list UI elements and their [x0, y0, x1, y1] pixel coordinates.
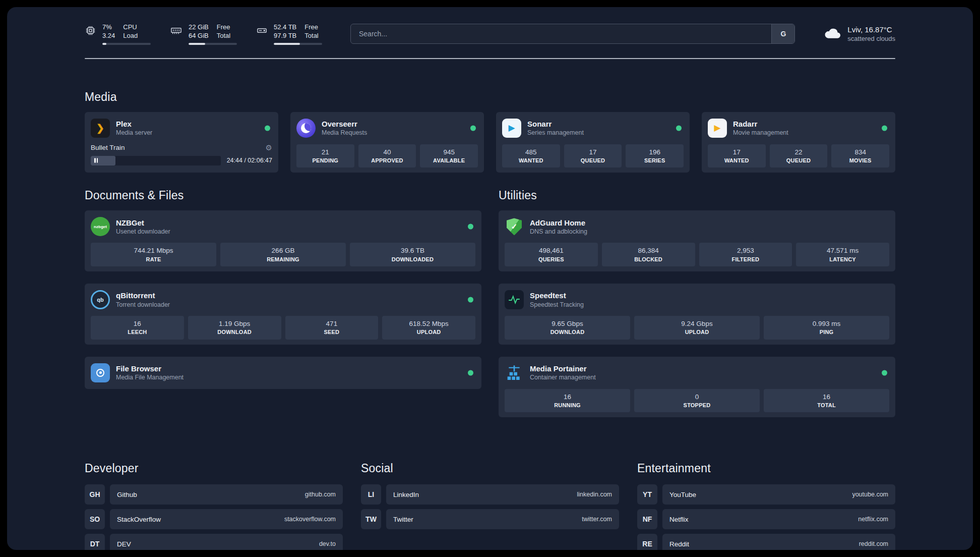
app-card-adguard[interactable]: ✓ AdGuard Home DNS and adblocking 498,46… — [499, 210, 895, 271]
app-card-nzbget[interactable]: nzbget NZBGet Usenet downloader 744.21 M… — [85, 210, 481, 271]
section-social: Social LI LinkedIn linkedin.com TW Twitt… — [361, 462, 619, 550]
app-subtitle: Usenet downloader — [116, 228, 170, 236]
pause-icon[interactable] — [94, 158, 98, 163]
app-subtitle: Media File Management — [116, 373, 183, 381]
bookmark-youtube[interactable]: YT YouTube youtube.com — [637, 484, 895, 505]
bookmark-reddit[interactable]: RE Reddit reddit.com — [637, 534, 895, 550]
stat-value: 16 — [766, 393, 887, 402]
app-name: Media Portainer — [530, 364, 596, 374]
bookmark-abbr[interactable]: GH — [85, 484, 105, 505]
bookmark-link[interactable]: StackOverflow stackoverflow.com — [110, 509, 343, 529]
cpu-percent: 7% — [102, 23, 115, 32]
weather-condition: scattered clouds — [847, 35, 895, 43]
stat-label: UPLOAD — [636, 328, 758, 336]
stat-value: 471 — [287, 319, 377, 328]
stat-label: SERIES — [628, 157, 682, 164]
search-bar: G — [350, 24, 795, 44]
stat-tile: 266 GB REMAINING — [220, 243, 346, 266]
status-dot — [470, 125, 476, 131]
topbar: 7% 3.24 CPU Load — [85, 23, 895, 45]
app-card-sonarr[interactable]: ▶ Sonarr Series management 485 WANTED — [496, 112, 690, 173]
playback-progress-bar[interactable] — [91, 156, 221, 165]
stat-label: MOVIES — [833, 157, 887, 164]
stat-value: 1.19 Gbps — [190, 319, 279, 328]
stat-label: BLOCKED — [604, 256, 693, 263]
app-subtitle: Series management — [527, 129, 584, 137]
stat-label: APPROVED — [360, 157, 414, 164]
stat-value: 39.6 TB — [352, 246, 473, 255]
gear-icon[interactable]: ⚙ — [266, 143, 272, 152]
bookmark-twitter[interactable]: TW Twitter twitter.com — [361, 509, 619, 529]
section-title-utilities: Utilities — [499, 189, 895, 202]
bookmark-link[interactable]: Github github.com — [110, 484, 343, 505]
disk-labels: Free Total — [304, 23, 318, 40]
bookmark-link[interactable]: YouTube youtube.com — [662, 484, 895, 505]
stat-value: 834 — [833, 148, 887, 157]
stat-value: 17 — [566, 148, 620, 157]
overseerr-icon — [296, 119, 316, 138]
bookmark-link[interactable]: LinkedIn linkedin.com — [386, 484, 619, 505]
app-card-plex[interactable]: ❯ Plex Media server Bullet Train ⚙ — [85, 112, 278, 173]
bookmark-dev[interactable]: DT DEV dev.to — [85, 534, 343, 550]
bookmark-abbr[interactable]: RE — [637, 534, 657, 550]
bookmark-url: reddit.com — [859, 540, 888, 547]
stat-value: 9.24 Gbps — [636, 319, 758, 328]
disk-usage-bar — [274, 43, 322, 45]
status-dot — [468, 370, 473, 375]
memory-label-bottom: Total — [217, 32, 230, 40]
app-name: AdGuard Home — [530, 218, 587, 228]
stat-value: 266 GB — [222, 246, 344, 255]
app-subtitle: Speedtest Tracking — [530, 301, 584, 309]
bookmark-abbr[interactable]: YT — [637, 484, 657, 505]
app-name: Overseerr — [322, 119, 367, 129]
weather-location: Lviv, 16.87°C — [847, 25, 895, 35]
stat-value: 21 — [298, 148, 352, 157]
nzbget-icon: nzbget — [91, 217, 110, 236]
bookmark-linkedin[interactable]: LI LinkedIn linkedin.com — [361, 484, 619, 505]
bookmark-abbr[interactable]: LI — [361, 484, 381, 505]
bookmark-abbr[interactable]: SO — [85, 509, 105, 529]
bookmark-abbr[interactable]: NF — [637, 509, 657, 529]
section-title-social: Social — [361, 462, 619, 475]
bookmark-link[interactable]: Reddit reddit.com — [662, 534, 895, 550]
stat-tile: 16 LEECH — [91, 316, 184, 340]
stat-label: FILTERED — [701, 256, 790, 263]
bookmark-github[interactable]: GH Github github.com — [85, 484, 343, 505]
search-input[interactable] — [351, 24, 771, 43]
cpu-label-top: CPU — [123, 23, 138, 32]
stat-value: 86,384 — [604, 246, 693, 255]
bookmark-netflix[interactable]: NF Netflix netflix.com — [637, 509, 895, 529]
bookmark-abbr[interactable]: TW — [361, 509, 381, 529]
disk-free: 52.4 TB — [274, 23, 296, 32]
stat-tile: 0 STOPPED — [634, 389, 760, 413]
bookmark-abbr[interactable]: DT — [85, 534, 105, 550]
search-engine-button[interactable]: G — [771, 24, 794, 43]
stat-tile: 834 MOVIES — [831, 144, 889, 168]
app-card-filebrowser[interactable]: File Browser Media File Management — [85, 357, 481, 389]
app-card-speedtest[interactable]: Speedtest Speedtest Tracking 9.65 Gbps D… — [499, 284, 895, 345]
stat-tile: 40 APPROVED — [358, 144, 416, 168]
bookmark-link[interactable]: Twitter twitter.com — [386, 509, 619, 529]
app-card-portainer[interactable]: Media Portainer Container management 16 … — [499, 357, 895, 418]
stat-tile: 9.24 Gbps UPLOAD — [634, 316, 760, 340]
stat-tile: 22 QUEUED — [770, 144, 828, 168]
disk-values: 52.4 TB 97.9 TB — [274, 23, 296, 40]
status-dot — [468, 297, 473, 303]
stat-value: 744.21 Mbps — [93, 246, 214, 255]
stat-value: 40 — [360, 148, 414, 157]
bookmark-link[interactable]: DEV dev.to — [110, 534, 343, 550]
stat-value: 0.993 ms — [766, 319, 887, 328]
bookmark-stackoverflow[interactable]: SO StackOverflow stackoverflow.com — [85, 509, 343, 529]
disk-icon — [256, 25, 268, 38]
app-card-qbittorrent[interactable]: qb qBittorrent Torrent downloader 16 LEE… — [85, 284, 481, 345]
stat-tile: 471 SEED — [285, 316, 379, 340]
bookmark-name: StackOverflow — [117, 516, 161, 523]
stat-label: LATENCY — [798, 256, 887, 263]
stat-tile: 47.571 ms LATENCY — [796, 243, 889, 266]
bookmark-link[interactable]: Netflix netflix.com — [662, 509, 895, 529]
stat-tile: 17 WANTED — [708, 144, 766, 168]
app-card-radarr[interactable]: ▶ Radarr Movie management 17 WANTED — [702, 112, 895, 173]
speedtest-icon — [505, 290, 524, 309]
app-card-overseerr[interactable]: Overseerr Media Requests 21 PENDING 40 A… — [290, 112, 484, 173]
section-documents: Documents & Files nzbget NZBGet Usenet d… — [85, 189, 481, 429]
